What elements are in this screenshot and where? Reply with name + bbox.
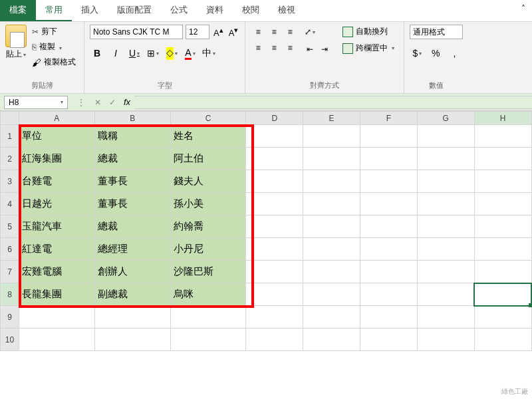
column-header-C[interactable]: C <box>170 112 246 125</box>
fx-icon[interactable]: fx <box>120 97 134 107</box>
underline-button[interactable]: U <box>127 46 142 61</box>
cell-A5[interactable]: 玉龍汽車 <box>19 215 94 238</box>
align-bottom-button[interactable]: ≡ <box>283 25 297 39</box>
cell-A4[interactable]: 日越光 <box>19 193 94 215</box>
border-button[interactable]: ⊞ <box>146 46 160 61</box>
increase-indent-button[interactable]: ⇥ <box>317 42 332 57</box>
cell-E7[interactable] <box>303 261 360 283</box>
cell-F3[interactable] <box>360 170 417 193</box>
column-header-B[interactable]: B <box>94 112 170 125</box>
column-header-H[interactable]: H <box>474 112 531 125</box>
tab-data[interactable]: 資料 <box>197 0 233 21</box>
cell-B6[interactable]: 總經理 <box>94 238 170 261</box>
cell-F7[interactable] <box>360 261 417 283</box>
cell-F5[interactable] <box>360 215 417 238</box>
cell-B1[interactable]: 職稱 <box>94 125 170 148</box>
cell-C8[interactable]: 烏咪 <box>170 283 246 306</box>
cell-F4[interactable] <box>360 193 417 215</box>
cell-H1[interactable] <box>474 125 531 148</box>
cell-H3[interactable] <box>474 170 531 193</box>
column-header-E[interactable]: E <box>303 112 360 125</box>
cell-D6[interactable] <box>246 238 303 261</box>
bold-button[interactable]: B <box>90 46 104 61</box>
tab-insert[interactable]: 插入 <box>72 0 108 21</box>
cell-G10[interactable] <box>417 329 474 351</box>
font-color-button[interactable]: A <box>183 46 198 61</box>
column-header-F[interactable]: F <box>360 112 417 125</box>
format-painter-button[interactable]: 複製格式 <box>29 55 78 69</box>
cell-B3[interactable]: 董事長 <box>94 170 170 193</box>
percent-button[interactable]: % <box>428 46 443 61</box>
cut-button[interactable]: 剪下 <box>29 25 78 39</box>
tab-layout[interactable]: 版面配置 <box>108 0 161 21</box>
cell-H4[interactable] <box>474 193 531 215</box>
tab-review[interactable]: 校閱 <box>233 0 269 21</box>
row-header-1[interactable]: 1 <box>1 125 19 148</box>
cell-F6[interactable] <box>360 238 417 261</box>
cell-E1[interactable] <box>303 125 360 148</box>
cell-F9[interactable] <box>360 306 417 329</box>
cell-D7[interactable] <box>246 261 303 283</box>
font-size-select[interactable] <box>186 25 209 39</box>
row-header-7[interactable]: 7 <box>1 261 19 283</box>
cell-A2[interactable]: 紅海集團 <box>19 148 94 170</box>
enter-icon[interactable]: ✓ <box>105 98 120 107</box>
align-middle-button[interactable]: ≡ <box>267 25 281 39</box>
cell-E4[interactable] <box>303 193 360 215</box>
font-name-select[interactable] <box>90 25 183 39</box>
cell-F1[interactable] <box>360 125 417 148</box>
fill-color-button[interactable]: ◇ <box>164 46 179 61</box>
cell-D5[interactable] <box>246 215 303 238</box>
paste-icon[interactable] <box>5 25 27 47</box>
row-header-3[interactable]: 3 <box>1 170 19 193</box>
wrap-text-button[interactable]: 自動換列 <box>338 25 398 39</box>
row-header-5[interactable]: 5 <box>1 215 19 238</box>
cancel-icon[interactable]: ✕ <box>90 98 105 107</box>
cell-E9[interactable] <box>303 306 360 329</box>
name-box[interactable]: H8 <box>4 96 68 109</box>
paste-button[interactable]: 貼上 <box>6 49 26 60</box>
decrease-indent-button[interactable]: ⇤ <box>303 42 317 57</box>
cell-C5[interactable]: 約翰喬 <box>170 215 246 238</box>
cell-D1[interactable] <box>246 125 303 148</box>
tab-home[interactable]: 常用 <box>36 0 72 21</box>
cell-F8[interactable] <box>360 283 417 306</box>
cell-H10[interactable] <box>474 329 531 351</box>
cell-H7[interactable] <box>474 261 531 283</box>
cell-E8[interactable] <box>303 283 360 306</box>
cell-G4[interactable] <box>417 193 474 215</box>
cell-C6[interactable]: 小丹尼 <box>170 238 246 261</box>
cell-D8[interactable] <box>246 283 303 306</box>
align-left-button[interactable]: ≡ <box>251 41 265 55</box>
cell-C4[interactable]: 孫小美 <box>170 193 246 215</box>
cell-E6[interactable] <box>303 238 360 261</box>
align-center-button[interactable]: ≡ <box>267 41 281 55</box>
cell-G6[interactable] <box>417 238 474 261</box>
cell-B8[interactable]: 副總裁 <box>94 283 170 306</box>
decrease-font-button[interactable]: A▾ <box>227 26 240 38</box>
cell-A6[interactable]: 紅達電 <box>19 238 94 261</box>
column-header-A[interactable]: A <box>19 112 94 125</box>
cell-H9[interactable] <box>474 306 531 329</box>
align-top-button[interactable]: ≡ <box>251 25 265 39</box>
cell-B7[interactable]: 創辦人 <box>94 261 170 283</box>
cell-H2[interactable] <box>474 148 531 170</box>
cell-D9[interactable] <box>246 306 303 329</box>
namebox-menu-icon[interactable]: ⋮ <box>72 98 90 107</box>
cell-G8[interactable] <box>417 283 474 306</box>
cell-G5[interactable] <box>417 215 474 238</box>
cell-A10[interactable] <box>19 329 94 351</box>
cell-B9[interactable] <box>94 306 170 329</box>
cell-D4[interactable] <box>246 193 303 215</box>
currency-button[interactable]: $ <box>410 46 424 61</box>
tab-view[interactable]: 檢視 <box>269 0 305 21</box>
tab-formulas[interactable]: 公式 <box>161 0 197 21</box>
phonetic-button[interactable]: 中 <box>201 46 216 61</box>
cell-A3[interactable]: 台雞電 <box>19 170 94 193</box>
column-header-G[interactable]: G <box>417 112 474 125</box>
cell-G3[interactable] <box>417 170 474 193</box>
align-right-button[interactable]: ≡ <box>283 41 297 55</box>
copy-button[interactable]: 複製 <box>29 40 78 54</box>
cell-G9[interactable] <box>417 306 474 329</box>
cell-C3[interactable]: 錢夫人 <box>170 170 246 193</box>
